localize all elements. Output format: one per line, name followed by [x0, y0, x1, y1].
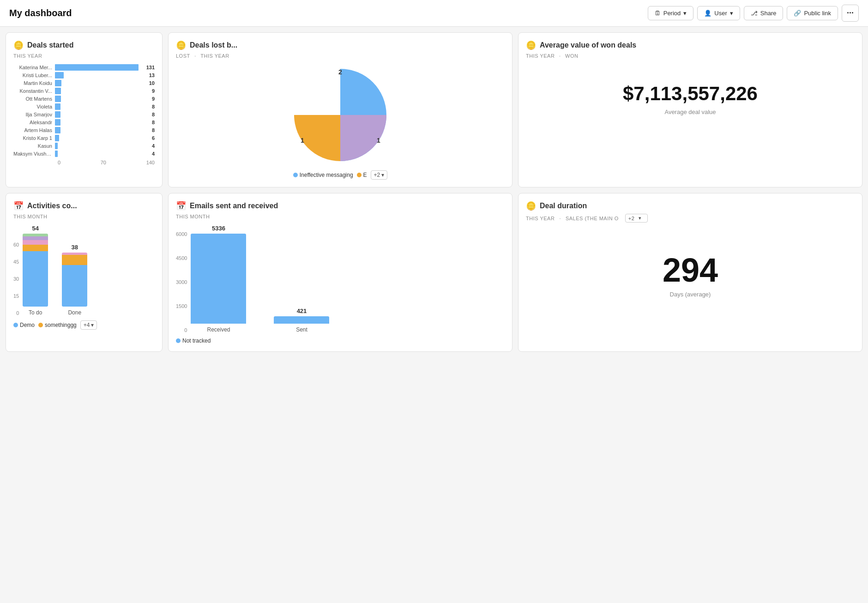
- deal-duration-title: Deal duration: [540, 202, 587, 210]
- todo-stacked-bar: [23, 234, 48, 307]
- svg-text:2: 2: [338, 68, 342, 76]
- bar-track: [55, 119, 150, 126]
- deals-started-header: 🪙 Deals started: [13, 40, 155, 50]
- bar-fill: [55, 119, 60, 126]
- public-link-button[interactable]: 🔗 Public link: [787, 6, 838, 20]
- activities-y-axis: 60 45 30 15 0: [13, 242, 23, 316]
- legend-dot-something: [38, 323, 43, 327]
- bar-track: [55, 143, 150, 149]
- bar-value: 4: [152, 143, 155, 149]
- share-button[interactable]: ⎇ Share: [744, 6, 784, 20]
- activities-legend-more[interactable]: +4 ▾: [80, 320, 97, 330]
- emails-header: 📅 Emails sent and received: [176, 201, 505, 211]
- emails-title: Emails sent and received: [190, 202, 278, 210]
- bar-label: Ott Martens: [13, 96, 55, 102]
- legend-dot-not-tracked: [176, 338, 181, 343]
- avg-value-header: 🪙 Average value of won deals: [526, 40, 855, 50]
- plus-icon: +2: [374, 172, 380, 178]
- bar-axis-inner: 070140: [58, 160, 155, 165]
- bar-fill: [55, 135, 59, 141]
- activities-title: Activities co...: [27, 202, 77, 210]
- legend-label-demo: Demo: [20, 322, 35, 328]
- emails-subtitle: THIS MONTH: [176, 214, 505, 219]
- bar-track: [55, 151, 150, 157]
- avg-value-subtitle: THIS YEAR · WON: [526, 53, 855, 59]
- link-icon: 🔗: [794, 10, 801, 17]
- done-value: 38: [72, 244, 78, 251]
- chevron-down-icon2: ▾: [91, 322, 94, 328]
- legend-label-ineffective: Ineffective messaging: [300, 172, 353, 178]
- legend-dot-blue: [293, 173, 298, 177]
- received-bar: [191, 234, 246, 324]
- bar-label: Konstantin V...: [13, 88, 55, 94]
- emails-bars: 5336 Received 421 Sent: [191, 225, 329, 333]
- legend-label-something: somethinggg: [45, 322, 77, 328]
- deal-duration-card: 🪙 Deal duration THIS YEAR · SALES (THE M…: [518, 193, 862, 352]
- deals-started-subtitle: THIS YEAR: [13, 53, 155, 59]
- legend-item-demo: Demo: [13, 322, 35, 328]
- bar-fill: [55, 72, 64, 78]
- done-seg-blue: [62, 265, 87, 307]
- bar-fill: [55, 151, 58, 157]
- bar-fill: [55, 103, 60, 110]
- bar-value: 131: [146, 65, 155, 70]
- user-button[interactable]: 👤 User ▾: [697, 6, 740, 20]
- deals-lost-header: 🪙 Deals lost b...: [176, 40, 505, 50]
- bar-row: Katerina Mer...131: [13, 64, 155, 71]
- todo-seg-blue: [23, 251, 48, 307]
- bar-row: Ott Martens9: [13, 96, 155, 102]
- activities-bars: 54 To do 38: [23, 225, 87, 316]
- bar-row: Aleksandr8: [13, 119, 155, 126]
- legend-item-not-tracked: Not tracked: [176, 338, 211, 344]
- plus-icon3: +2: [628, 216, 635, 221]
- todo-label: To do: [29, 309, 42, 316]
- bar-fill: [55, 80, 61, 86]
- dollar-icon2: 🪙: [176, 40, 186, 50]
- avg-value-title: Average value of won deals: [540, 41, 636, 49]
- activities-card: 📅 Activities co... THIS MONTH 60 45 30 1…: [6, 193, 163, 352]
- deal-duration-display: 294 Days (average): [526, 228, 855, 307]
- bar-fill: [55, 111, 60, 118]
- bar-row: Kristi Luber...13: [13, 72, 155, 78]
- deal-duration-more[interactable]: +2 ▾: [625, 214, 648, 223]
- deal-duration-subtitle: THIS YEAR · SALES (THE MAIN O +2 ▾: [526, 214, 855, 223]
- dollar-icon: 🪙: [13, 40, 24, 50]
- legend-dot-demo: [13, 323, 18, 327]
- more-button[interactable]: ···: [842, 5, 859, 22]
- bar-fill: [55, 88, 61, 94]
- legend-dot-orange: [357, 173, 362, 177]
- bar-row: Kasun4: [13, 143, 155, 149]
- sent-bar-group: 421 Sent: [274, 308, 329, 333]
- bar-value: 8: [152, 104, 155, 109]
- bar-value: 4: [152, 151, 155, 157]
- bar-fill: [55, 143, 58, 149]
- pie-legend: Ineffective messaging E +2 ▾: [293, 170, 388, 180]
- chevron-down-icon: ▾: [730, 10, 733, 17]
- sent-label: Sent: [296, 326, 307, 333]
- done-stacked-bar: [62, 253, 87, 307]
- legend-more-button[interactable]: +2 ▾: [371, 170, 388, 180]
- activities-legend: Demo somethinggg +4 ▾: [13, 320, 155, 330]
- avg-value-number: $7,113,557,226: [535, 83, 845, 105]
- share-icon: ⎇: [751, 10, 758, 17]
- chevron-down-icon3: ▾: [639, 215, 642, 221]
- bar-label: Violeta: [13, 104, 55, 109]
- user-icon: 👤: [704, 10, 711, 17]
- emails-y-axis: 6000 4500 3000 1500 0: [176, 231, 191, 333]
- pie-chart-svg: 2 1 1: [289, 64, 391, 166]
- deal-duration-header: 🪙 Deal duration: [526, 201, 855, 211]
- sent-value: 421: [297, 308, 307, 314]
- bar-row: Konstantin V...9: [13, 88, 155, 94]
- sent-bar: [274, 316, 329, 324]
- legend-item-ineffective: Ineffective messaging: [293, 172, 353, 178]
- svg-text:1: 1: [301, 137, 304, 144]
- received-bar-group: 5336 Received: [191, 225, 246, 333]
- deals-lost-card: 🪙 Deals lost b... LOST · THIS YEAR 2 1 1: [168, 32, 512, 187]
- activities-subtitle: THIS MONTH: [13, 214, 155, 219]
- header-actions: 🗓 Period ▾ 👤 User ▾ ⎇ Share 🔗 Public lin…: [648, 5, 859, 22]
- todo-value: 54: [32, 225, 39, 232]
- period-button[interactable]: 🗓 Period ▾: [648, 6, 694, 20]
- bar-row: Kristo Karp 16: [13, 135, 155, 141]
- bar-value: 8: [152, 120, 155, 125]
- ellipsis-icon: ···: [847, 8, 854, 18]
